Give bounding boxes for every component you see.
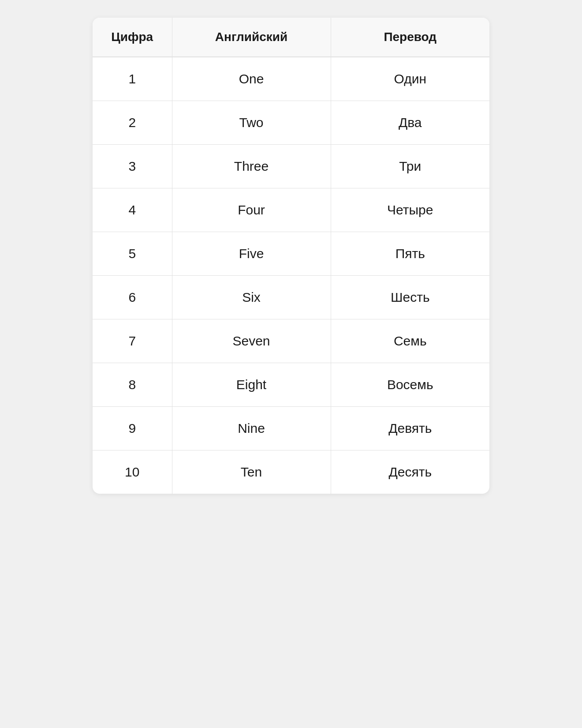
- cell-english: Five: [172, 232, 331, 276]
- table-row: 10TenДесять: [93, 450, 489, 494]
- cell-english: One: [172, 57, 331, 101]
- cell-digit: 8: [93, 363, 172, 407]
- cell-english: Two: [172, 101, 331, 145]
- cell-english: Three: [172, 145, 331, 188]
- numbers-table-container: Цифра Английский Перевод 1OneОдин2TwoДва…: [93, 18, 489, 494]
- cell-digit: 5: [93, 232, 172, 276]
- cell-translation: Десять: [331, 450, 489, 494]
- cell-english: Nine: [172, 407, 331, 450]
- cell-digit: 7: [93, 319, 172, 363]
- table-row: 3ThreeТри: [93, 145, 489, 188]
- table-row: 5FiveПять: [93, 232, 489, 276]
- cell-translation: Один: [331, 57, 489, 101]
- cell-translation: Шесть: [331, 276, 489, 319]
- cell-digit: 2: [93, 101, 172, 145]
- cell-digit: 1: [93, 57, 172, 101]
- table-row: 9NineДевять: [93, 407, 489, 450]
- cell-translation: Семь: [331, 319, 489, 363]
- table-row: 6SixШесть: [93, 276, 489, 319]
- cell-english: Four: [172, 188, 331, 232]
- table-row: 7SevenСемь: [93, 319, 489, 363]
- table-row: 4FourЧетыре: [93, 188, 489, 232]
- table-header-row: Цифра Английский Перевод: [93, 18, 489, 57]
- cell-digit: 4: [93, 188, 172, 232]
- table-row: 1OneОдин: [93, 57, 489, 101]
- header-english: Английский: [172, 18, 331, 57]
- cell-translation: Пять: [331, 232, 489, 276]
- header-digit: Цифра: [93, 18, 172, 57]
- cell-digit: 9: [93, 407, 172, 450]
- cell-english: Seven: [172, 319, 331, 363]
- cell-translation: Два: [331, 101, 489, 145]
- cell-english: Six: [172, 276, 331, 319]
- table-row: 8EightВосемь: [93, 363, 489, 407]
- cell-translation: Девять: [331, 407, 489, 450]
- cell-digit: 10: [93, 450, 172, 494]
- cell-digit: 6: [93, 276, 172, 319]
- cell-english: Eight: [172, 363, 331, 407]
- table-row: 2TwoДва: [93, 101, 489, 145]
- cell-english: Ten: [172, 450, 331, 494]
- cell-translation: Четыре: [331, 188, 489, 232]
- numbers-table: Цифра Английский Перевод 1OneОдин2TwoДва…: [93, 18, 489, 494]
- cell-digit: 3: [93, 145, 172, 188]
- cell-translation: Три: [331, 145, 489, 188]
- header-translation: Перевод: [331, 18, 489, 57]
- cell-translation: Восемь: [331, 363, 489, 407]
